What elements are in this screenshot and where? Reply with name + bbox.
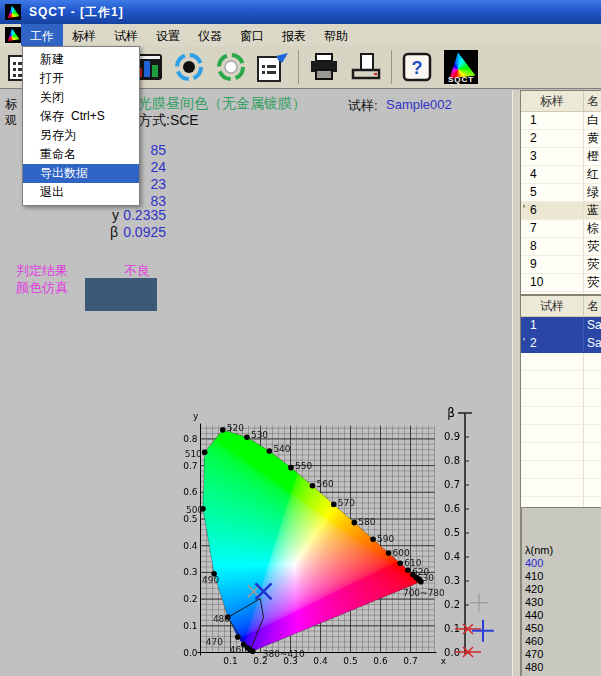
row-name: Sample001 bbox=[583, 317, 601, 334]
row-marker bbox=[521, 184, 530, 201]
menubar-item[interactable]: 报表 bbox=[273, 24, 315, 46]
wavelength-row[interactable]: 420 bbox=[522, 583, 601, 596]
print-preview-button[interactable] bbox=[347, 48, 385, 86]
table-row-empty[interactable] bbox=[521, 443, 601, 461]
row-number bbox=[530, 497, 583, 508]
wavelength-row[interactable]: 440 bbox=[522, 609, 601, 622]
row-number: 6 bbox=[530, 202, 583, 219]
help-button[interactable]: ? bbox=[398, 48, 436, 86]
table-row-empty[interactable] bbox=[521, 461, 601, 479]
table-row-empty[interactable] bbox=[521, 479, 601, 497]
row-name: 橙 bbox=[583, 148, 601, 165]
row-number: 9 bbox=[530, 256, 583, 273]
window-title: SQCT - [工作1] bbox=[29, 4, 124, 21]
work-menu-dropdown: 新建打开关闭保存Ctrl+S另存为重命名导出数据退出 bbox=[22, 46, 140, 206]
row-marker bbox=[521, 256, 530, 273]
row-number bbox=[530, 443, 583, 460]
menu-item[interactable]: 关闭 bbox=[23, 88, 139, 107]
row-number bbox=[530, 353, 583, 370]
menubar-item[interactable]: 工作 bbox=[21, 24, 63, 46]
menu-item-label: 导出数据 bbox=[40, 164, 88, 183]
menubar-item[interactable]: 窗口 bbox=[231, 24, 273, 46]
table-row-empty[interactable] bbox=[521, 497, 601, 508]
table-row-empty[interactable] bbox=[521, 389, 601, 407]
table-row[interactable]: 10荧 bbox=[521, 274, 601, 292]
wavelength-row[interactable]: 450 bbox=[522, 622, 601, 635]
sqct-logo-text: SQCT bbox=[444, 75, 478, 84]
wavelength-row[interactable]: 460 bbox=[522, 635, 601, 648]
table-row[interactable]: 7棕 bbox=[521, 220, 601, 238]
measure-standard-button[interactable] bbox=[212, 48, 250, 86]
table-row-empty[interactable] bbox=[521, 353, 601, 371]
wavelength-row[interactable]: 410 bbox=[522, 570, 601, 583]
sample-table-panel: 试样 名 1Sample001'2Sample002 bbox=[520, 295, 601, 508]
table-row[interactable]: 3橙 bbox=[521, 148, 601, 166]
row-number: 3 bbox=[530, 148, 583, 165]
table-row[interactable]: 2黄 bbox=[521, 130, 601, 148]
wavelength-rows: 400410420430440450460470480490 bbox=[522, 557, 601, 676]
row-number: 8 bbox=[530, 238, 583, 255]
wavelength-row[interactable]: 480 bbox=[522, 661, 601, 674]
wavelength-row[interactable]: 430 bbox=[522, 596, 601, 609]
row-number: 1 bbox=[530, 112, 583, 129]
export-report-button[interactable] bbox=[254, 48, 292, 86]
row-number bbox=[530, 389, 583, 406]
table-row[interactable]: 8荧 bbox=[521, 238, 601, 256]
judge-result-label: 判定结果 bbox=[16, 262, 68, 280]
row-marker bbox=[521, 443, 530, 460]
measure-sample-button[interactable] bbox=[170, 48, 208, 86]
table-row-empty[interactable] bbox=[521, 425, 601, 443]
table-row[interactable]: 5绿 bbox=[521, 184, 601, 202]
toolbar-separator bbox=[298, 50, 299, 84]
row-marker bbox=[521, 166, 530, 183]
print-button[interactable] bbox=[305, 48, 343, 86]
row-name bbox=[583, 479, 601, 496]
row-marker bbox=[521, 497, 530, 508]
row-name: 黄 bbox=[583, 130, 601, 147]
document-logo-icon[interactable] bbox=[5, 27, 21, 43]
table-row-empty[interactable] bbox=[521, 407, 601, 425]
sample-header-label: 试样 bbox=[521, 296, 583, 316]
row-number bbox=[530, 371, 583, 388]
row-marker bbox=[521, 479, 530, 496]
menu-item[interactable]: 新建 bbox=[23, 50, 139, 69]
wavelength-row[interactable]: 470 bbox=[522, 648, 601, 661]
color-simulation-swatch bbox=[85, 278, 157, 311]
standard-table-rows: 1白2黄3橙4红5绿'6蓝7棕8荧9荧10荧11 bbox=[521, 112, 601, 295]
table-row[interactable]: '6蓝 bbox=[521, 202, 601, 220]
menubar-item[interactable]: 试样 bbox=[105, 24, 147, 46]
table-row[interactable]: 1白 bbox=[521, 112, 601, 130]
menu-item-label: 关闭 bbox=[40, 88, 64, 107]
left-label-1: 标 bbox=[5, 96, 17, 113]
menubar-item[interactable]: 帮助 bbox=[315, 24, 357, 46]
table-row[interactable]: 1Sample001 bbox=[521, 317, 601, 335]
title-bar[interactable]: SQCT - [工作1] bbox=[0, 0, 601, 24]
standard-header-name: 名 bbox=[583, 91, 601, 111]
menu-item[interactable]: 导出数据 bbox=[23, 164, 139, 183]
sqct-application-window: { "window": { "title": "SQCT - [工作1]" },… bbox=[0, 0, 601, 676]
menu-item[interactable]: 重命名 bbox=[23, 145, 139, 164]
row-name: 红 bbox=[583, 166, 601, 183]
menubar-item[interactable]: 标样 bbox=[63, 24, 105, 46]
menubar-item[interactable]: 设置 bbox=[147, 24, 189, 46]
row-name bbox=[583, 371, 601, 388]
row-number bbox=[530, 461, 583, 478]
row-name: 荧 bbox=[583, 256, 601, 273]
row-number: 10 bbox=[530, 274, 583, 291]
menubar-item[interactable]: 仪器 bbox=[189, 24, 231, 46]
table-row[interactable]: '2Sample002 bbox=[521, 335, 601, 353]
menu-item[interactable]: 打开 bbox=[23, 69, 139, 88]
menu-item[interactable]: 另存为 bbox=[23, 126, 139, 145]
menu-item[interactable]: 退出 bbox=[23, 183, 139, 202]
row-number: 5 bbox=[530, 184, 583, 201]
table-row-empty[interactable] bbox=[521, 371, 601, 389]
wavelength-row[interactable]: 400 bbox=[522, 557, 601, 570]
row-marker bbox=[521, 220, 530, 237]
print-icon bbox=[308, 52, 340, 82]
table-row[interactable]: 4红 bbox=[521, 166, 601, 184]
row-number: 7 bbox=[530, 220, 583, 237]
sqct-logo-button[interactable]: SQCT bbox=[442, 48, 480, 86]
table-row[interactable]: 9荧 bbox=[521, 256, 601, 274]
row-name bbox=[583, 497, 601, 508]
menu-item[interactable]: 保存Ctrl+S bbox=[23, 107, 139, 126]
